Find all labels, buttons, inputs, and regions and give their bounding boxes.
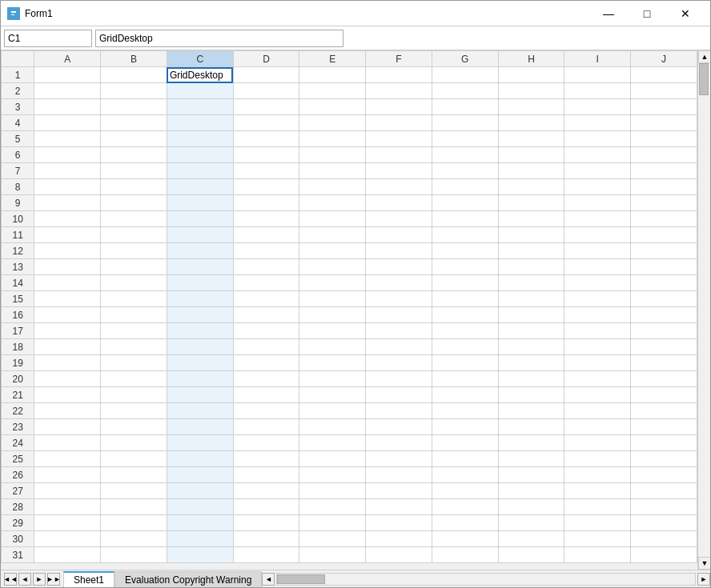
cell[interactable] — [498, 131, 564, 147]
cell[interactable] — [101, 243, 167, 259]
cell[interactable] — [34, 419, 101, 435]
cell[interactable] — [432, 227, 498, 243]
cell[interactable] — [432, 291, 498, 307]
cell[interactable] — [233, 227, 299, 243]
cell[interactable] — [498, 115, 564, 131]
cell[interactable]: GridDesktop — [167, 67, 233, 83]
cell[interactable] — [366, 323, 432, 339]
cell[interactable] — [631, 547, 697, 563]
row-header-16[interactable]: 16 — [2, 307, 34, 323]
cell[interactable] — [432, 163, 498, 179]
cell[interactable] — [432, 99, 498, 115]
cell[interactable] — [366, 99, 432, 115]
cell[interactable] — [299, 515, 366, 531]
cell[interactable] — [498, 451, 564, 467]
cell[interactable] — [233, 515, 299, 531]
cell[interactable] — [498, 371, 564, 387]
cell[interactable] — [498, 211, 564, 227]
col-header-A[interactable]: A — [34, 51, 101, 67]
cell[interactable] — [233, 371, 299, 387]
cell[interactable] — [299, 435, 366, 451]
nav-last-button[interactable]: ►► — [47, 573, 60, 586]
row-header-21[interactable]: 21 — [2, 387, 34, 403]
cell[interactable] — [167, 195, 233, 211]
cell[interactable] — [167, 211, 233, 227]
cell[interactable] — [498, 83, 564, 99]
cell[interactable] — [167, 147, 233, 163]
cell[interactable] — [167, 483, 233, 499]
cell[interactable] — [432, 531, 498, 547]
cell[interactable] — [631, 307, 697, 323]
cell[interactable] — [101, 179, 167, 195]
row-header-4[interactable]: 4 — [2, 115, 34, 131]
cell[interactable] — [34, 371, 101, 387]
cell[interactable] — [564, 451, 631, 467]
cell[interactable] — [101, 403, 167, 419]
cell[interactable] — [564, 515, 631, 531]
cell[interactable] — [366, 371, 432, 387]
cell[interactable] — [101, 163, 167, 179]
cell[interactable] — [233, 195, 299, 211]
row-header-5[interactable]: 5 — [2, 131, 34, 147]
cell[interactable] — [366, 483, 432, 499]
cell[interactable] — [564, 499, 631, 515]
cell[interactable] — [233, 355, 299, 371]
cell[interactable] — [299, 467, 366, 483]
cell[interactable] — [233, 307, 299, 323]
row-header-7[interactable]: 7 — [2, 163, 34, 179]
cell[interactable] — [631, 211, 697, 227]
cell[interactable] — [498, 259, 564, 275]
cell[interactable] — [299, 163, 366, 179]
cell[interactable] — [498, 515, 564, 531]
cell[interactable] — [498, 419, 564, 435]
cell[interactable] — [233, 243, 299, 259]
cell[interactable] — [233, 339, 299, 355]
scroll-right-button[interactable]: ► — [697, 573, 710, 586]
cell[interactable] — [432, 323, 498, 339]
cell[interactable] — [366, 451, 432, 467]
cell[interactable] — [366, 339, 432, 355]
row-header-18[interactable]: 18 — [2, 339, 34, 355]
cell[interactable] — [101, 115, 167, 131]
cell[interactable] — [167, 291, 233, 307]
cell[interactable] — [167, 275, 233, 291]
row-header-19[interactable]: 19 — [2, 355, 34, 371]
cell[interactable] — [167, 307, 233, 323]
cell[interactable] — [631, 531, 697, 547]
v-scroll-track[interactable] — [698, 63, 710, 557]
cell[interactable] — [34, 483, 101, 499]
row-header-12[interactable]: 12 — [2, 243, 34, 259]
cell[interactable] — [34, 403, 101, 419]
cell[interactable] — [498, 499, 564, 515]
row-header-25[interactable]: 25 — [2, 451, 34, 467]
cell[interactable] — [366, 163, 432, 179]
cell[interactable] — [34, 515, 101, 531]
cell[interactable] — [167, 179, 233, 195]
cell[interactable] — [564, 67, 631, 83]
minimize-button[interactable]: — — [590, 2, 627, 26]
row-header-31[interactable]: 31 — [2, 547, 34, 563]
row-header-2[interactable]: 2 — [2, 83, 34, 99]
cell[interactable] — [101, 515, 167, 531]
cell[interactable] — [498, 147, 564, 163]
cell[interactable] — [498, 163, 564, 179]
cell[interactable] — [101, 435, 167, 451]
cell[interactable] — [167, 355, 233, 371]
cell[interactable] — [631, 403, 697, 419]
cell[interactable] — [498, 403, 564, 419]
cell[interactable] — [564, 275, 631, 291]
cell[interactable] — [432, 339, 498, 355]
cell[interactable] — [233, 67, 299, 83]
cell[interactable] — [631, 483, 697, 499]
row-header-1[interactable]: 1 — [2, 67, 34, 83]
cell[interactable] — [167, 371, 233, 387]
cell[interactable] — [366, 547, 432, 563]
cell[interactable] — [366, 67, 432, 83]
cell[interactable] — [299, 211, 366, 227]
cell[interactable] — [233, 291, 299, 307]
close-button[interactable]: ✕ — [667, 2, 704, 26]
cell[interactable] — [432, 387, 498, 403]
cell[interactable] — [167, 339, 233, 355]
cell[interactable] — [498, 243, 564, 259]
cell[interactable] — [498, 547, 564, 563]
